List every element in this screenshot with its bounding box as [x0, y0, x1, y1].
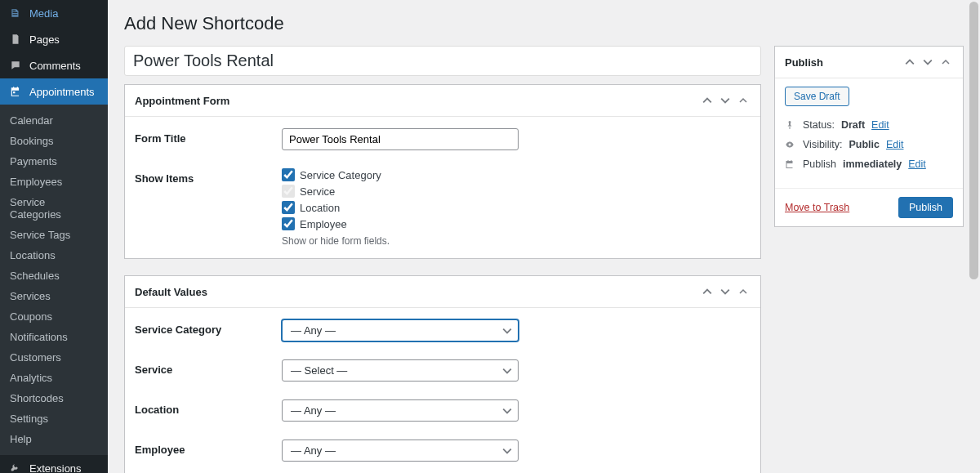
sidebar-item-label: Media	[29, 7, 58, 20]
sidebar-item-extensions[interactable]: Extensions	[0, 455, 108, 473]
form-title-label: Form Title	[135, 128, 282, 145]
sidebar-subitem-coupons[interactable]: Coupons	[0, 306, 108, 327]
sidebar-item-appointments[interactable]: Appointments	[0, 78, 108, 105]
panel-title: Publish	[785, 56, 823, 69]
sidebar-subitem-analytics[interactable]: Analytics	[0, 368, 108, 388]
status-value: Draft	[841, 119, 865, 131]
panel-title: Appointment Form	[135, 95, 229, 107]
sidebar-subitem-schedules[interactable]: Schedules	[0, 266, 108, 286]
visibility-value: Public	[849, 139, 880, 150]
sidebar-item-comments[interactable]: Comments	[0, 52, 108, 78]
vertical-scrollbar[interactable]	[968, 0, 980, 473]
checkbox	[282, 185, 295, 198]
sidebar-subitem-settings[interactable]: Settings	[0, 408, 108, 429]
sidebar-subitem-customers[interactable]: Customers	[0, 347, 108, 368]
admin-sidebar: MediaPagesCommentsAppointments CalendarB…	[0, 0, 108, 473]
checkbox-label: Service Category	[300, 169, 381, 181]
checkbox[interactable]	[282, 217, 295, 230]
default-label-service: Service	[135, 359, 282, 376]
sidebar-item-label: Pages	[29, 33, 60, 46]
panel-move-up[interactable]	[700, 284, 715, 299]
show-item-check-service-category[interactable]: Service Category	[282, 168, 519, 181]
default-select-service[interactable]: — Select —	[282, 359, 519, 382]
panel-move-up[interactable]	[700, 93, 715, 108]
move-to-trash-link[interactable]: Move to Trash	[785, 202, 849, 213]
checkbox[interactable]	[282, 168, 295, 181]
schedule-value: immediately	[843, 158, 902, 170]
show-item-check-location[interactable]: Location	[282, 201, 519, 214]
panel-move-down[interactable]	[718, 93, 733, 108]
show-item-check-employee[interactable]: Employee	[282, 217, 519, 230]
sidebar-item-pages[interactable]: Pages	[0, 26, 108, 52]
panel-collapse[interactable]	[938, 55, 953, 69]
panel-collapse[interactable]	[736, 284, 751, 299]
main-content: Add New Shortcode Appointment Form	[108, 0, 980, 473]
comments-icon	[8, 58, 23, 73]
panel-move-down[interactable]	[920, 55, 935, 69]
default-label-service-category: Service Category	[135, 319, 282, 336]
default-label-employee: Employee	[135, 440, 282, 456]
sidebar-item-media[interactable]: Media	[0, 0, 108, 26]
sidebar-subitem-bookings[interactable]: Bookings	[0, 131, 108, 151]
sidebar-subitem-calendar[interactable]: Calendar	[0, 110, 108, 131]
schedule-prefix: Publish	[803, 158, 836, 170]
appointments-icon	[8, 84, 23, 99]
visibility-label: Visibility:	[803, 139, 842, 150]
sidebar-subitem-employees[interactable]: Employees	[0, 172, 108, 192]
panel-move-down[interactable]	[718, 284, 733, 299]
pages-icon	[8, 32, 23, 47]
eye-icon	[785, 140, 796, 149]
save-draft-button[interactable]: Save Draft	[785, 87, 849, 106]
pin-icon	[785, 120, 796, 130]
sidebar-subitem-service-categories[interactable]: Service Categories	[0, 192, 108, 225]
page-title: Add New Shortcode	[124, 0, 964, 46]
sidebar-subitem-payments[interactable]: Payments	[0, 151, 108, 172]
status-edit-link[interactable]: Edit	[871, 119, 889, 131]
schedule-edit-link[interactable]: Edit	[908, 158, 926, 170]
panel-default-values: Default Values Service Category— Any —Se…	[124, 275, 761, 473]
default-label-location: Location	[135, 399, 282, 416]
panel-move-up[interactable]	[902, 55, 917, 69]
status-label: Status:	[803, 119, 835, 131]
plug-icon	[8, 461, 23, 473]
sidebar-item-label: Appointments	[29, 86, 95, 98]
sidebar-subitem-notifications[interactable]: Notifications	[0, 327, 108, 347]
shortcode-title-input[interactable]	[124, 46, 761, 76]
visibility-edit-link[interactable]: Edit	[886, 139, 904, 150]
calendar-icon	[785, 159, 796, 169]
panel-appointment-form: Appointment Form Form Title	[124, 84, 761, 259]
show-item-check-service: Service	[282, 185, 519, 198]
checkbox[interactable]	[282, 201, 295, 214]
publish-button[interactable]: Publish	[898, 197, 953, 218]
default-select-service-category[interactable]: — Any —	[282, 319, 519, 341]
show-items-label: Show Items	[135, 168, 282, 185]
sidebar-subitem-services[interactable]: Services	[0, 286, 108, 306]
show-items-hint: Show or hide form fields.	[282, 235, 519, 247]
checkbox-label: Employee	[300, 218, 347, 230]
media-icon	[8, 6, 23, 20]
sidebar-item-label: Extensions	[29, 462, 82, 474]
panel-collapse[interactable]	[736, 93, 751, 108]
sidebar-subitem-locations[interactable]: Locations	[0, 245, 108, 266]
checkbox-label: Location	[300, 202, 340, 214]
form-title-input[interactable]	[282, 128, 519, 150]
sidebar-subitem-service-tags[interactable]: Service Tags	[0, 225, 108, 245]
sidebar-subitem-shortcodes[interactable]: Shortcodes	[0, 388, 108, 408]
sidebar-subitem-help[interactable]: Help	[0, 429, 108, 449]
checkbox-label: Service	[300, 185, 335, 198]
panel-title: Default Values	[135, 286, 207, 298]
sidebar-item-label: Comments	[29, 60, 81, 72]
panel-publish: Publish Save Draft Status:	[774, 46, 964, 227]
default-select-location[interactable]: — Any —	[282, 399, 519, 422]
default-select-employee[interactable]: — Any —	[282, 440, 519, 462]
